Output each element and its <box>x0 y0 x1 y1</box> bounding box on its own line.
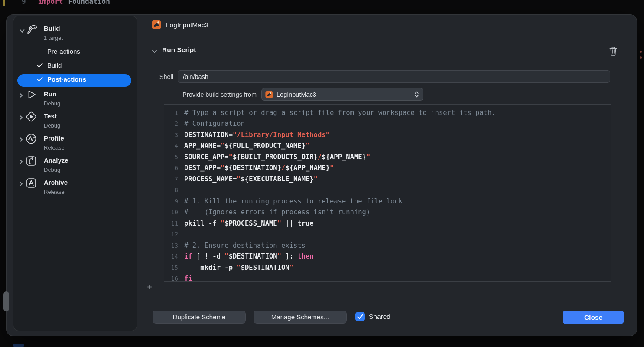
chevron-down-icon[interactable] <box>152 49 157 53</box>
sidebar-item-subtitle: Debug <box>44 167 60 173</box>
delete-run-script-button[interactable] <box>608 45 620 57</box>
line-number: 9 <box>164 198 178 205</box>
code-text: DESTINATION="/Library/Input Methods" <box>184 131 330 139</box>
checkmark-icon <box>37 77 43 82</box>
background-window-edge <box>13 344 24 347</box>
sidebar-item-label: Build <box>44 25 60 32</box>
scheme-actions-sidebar: Build1 target RunDebug TestDebug Profile… <box>13 16 137 331</box>
line-number: 4 <box>164 142 178 149</box>
scrollbar-thumb[interactable] <box>3 291 9 311</box>
background-line-number: 9 <box>22 0 26 6</box>
sidebar-item-subtitle: 1 target <box>44 35 63 41</box>
sidebar-item-subtitle: Release <box>44 189 65 195</box>
remove-action-button[interactable]: — <box>156 282 171 292</box>
line-number: 7 <box>164 176 178 183</box>
checkmark-icon <box>37 63 43 68</box>
header-divider <box>143 39 637 39</box>
app-icon <box>152 20 161 29</box>
code-line: 6DEST_APP="${DESTINATION}/${APP_NAME}" <box>164 163 611 174</box>
code-line: 9# 1. Kill the running process to releas… <box>164 196 611 207</box>
code-text: # 1. Kill the running process to release… <box>184 197 403 205</box>
code-line: 1# Type a script or drag a script file f… <box>164 107 611 118</box>
line-number: 3 <box>164 131 178 138</box>
background-marker-dot <box>640 56 642 59</box>
code-text: # (Ignores errors if process isn't runni… <box>184 208 370 216</box>
code-line: 12 <box>164 229 611 240</box>
code-line: 5SOURCE_APP="${BUILT_PRODUCTS_DIR}/${APP… <box>164 151 611 163</box>
chevron-right-icon[interactable] <box>19 159 23 165</box>
code-line: 14if [ ! -d "$DESTINATION" ]; then <box>164 251 611 262</box>
code-text: DEST_APP="${DESTINATION}/${APP_NAME}" <box>184 164 334 172</box>
line-number: 5 <box>164 154 178 160</box>
sidebar-item-pre-actions[interactable]: Pre-actions <box>47 48 80 55</box>
sidebar-item-label: Archive <box>44 179 68 186</box>
footer-divider <box>143 299 637 299</box>
shared-checkbox-label[interactable]: Shared <box>369 313 390 321</box>
run-icon <box>25 88 37 101</box>
script-text-editor[interactable]: 1# Type a script or drag a script file f… <box>164 104 611 282</box>
code-text: # Type a script or drag a script file fr… <box>184 109 496 117</box>
popup-selected-value: LogInputMac3 <box>276 91 414 98</box>
shared-checkbox[interactable] <box>355 312 365 321</box>
sidebar-item-subtitle: Debug <box>44 100 60 107</box>
code-text: # 2. Ensure destination exists <box>184 242 306 249</box>
sidebar-item-subtitle: Debug <box>44 122 60 129</box>
archive-icon <box>25 177 37 189</box>
code-text: SOURCE_APP="${BUILT_PRODUCTS_DIR}/${APP_… <box>184 153 370 161</box>
line-number: 16 <box>164 275 178 282</box>
code-text: PROCESS_NAME="${EXECUTABLE_NAME}" <box>184 175 318 183</box>
chevron-right-icon[interactable] <box>19 92 23 98</box>
background-editor-line: 9importFoundation <box>22 0 110 6</box>
line-number: 13 <box>164 242 178 249</box>
close-button[interactable]: Close <box>563 311 624 324</box>
sidebar-item-subtitle: Release <box>44 144 65 151</box>
line-number: 8 <box>164 187 178 193</box>
run-script-section-title: Run Script <box>162 46 196 54</box>
line-number: 14 <box>164 253 178 260</box>
background-breakpoint-tick <box>3 0 5 6</box>
sidebar-item-build[interactable]: Build <box>47 62 62 69</box>
provide-build-settings-label: Provide build settings from <box>143 91 257 98</box>
code-text: # Configuration <box>184 120 245 128</box>
code-line: 13# 2. Ensure destination exists <box>164 240 611 251</box>
code-text: mkdir -p "$DESTINATION" <box>184 264 293 272</box>
code-line: 4APP_NAME="${FULL_PRODUCT_NAME}" <box>164 141 611 152</box>
code-line: 7PROCESS_NAME="${EXECUTABLE_NAME}" <box>164 174 611 185</box>
hammer-icon <box>25 23 39 37</box>
sidebar-item-label: Profile <box>44 134 64 142</box>
duplicate-scheme-button[interactable]: Duplicate Scheme <box>153 311 246 324</box>
scheme-target-title: LogInputMac3 <box>166 21 208 29</box>
code-line: 15 mkdir -p "$DESTINATION" <box>164 262 611 273</box>
manage-schemes-button[interactable]: Manage Schemes... <box>254 311 347 324</box>
chevron-right-icon[interactable] <box>19 137 23 143</box>
app-icon <box>265 91 273 98</box>
line-number: 1 <box>164 109 178 116</box>
line-number: 10 <box>164 209 178 216</box>
chevron-down-icon[interactable] <box>19 29 25 33</box>
sidebar-item-post-actions[interactable]: Post-actions <box>47 75 86 83</box>
code-text: pkill -f "$PROCESS_NAME" || true <box>184 219 314 227</box>
profile-icon <box>25 133 37 145</box>
sidebar-item-label: Analyze <box>44 157 68 164</box>
code-line: 10# (Ignores errors if process isn't run… <box>164 207 611 218</box>
shell-input[interactable] <box>178 70 610 83</box>
chevron-right-icon[interactable] <box>19 181 23 187</box>
popup-chevrons-icon <box>414 91 419 98</box>
code-line: 8 <box>164 185 611 196</box>
code-line: 2# Configuration <box>164 118 611 130</box>
background-marker-dot <box>640 51 642 53</box>
code-text: APP_NAME="${FULL_PRODUCT_NAME}" <box>184 142 309 150</box>
add-action-button[interactable]: + <box>144 282 155 292</box>
line-number: 2 <box>164 120 178 127</box>
code-line: 16fi <box>164 273 611 282</box>
line-number: 15 <box>164 264 178 271</box>
background-keyword: import <box>38 0 63 6</box>
line-number: 11 <box>164 220 178 227</box>
code-text: if [ ! -d "$DESTINATION" ]; then <box>184 252 314 260</box>
analyze-icon <box>25 155 37 167</box>
chevron-right-icon[interactable] <box>19 115 23 121</box>
sidebar-item-label: Run <box>44 90 56 98</box>
build-settings-target-popup[interactable]: LogInputMac3 <box>261 88 423 101</box>
background-code-text: Foundation <box>68 0 110 6</box>
code-text: fi <box>184 275 192 282</box>
